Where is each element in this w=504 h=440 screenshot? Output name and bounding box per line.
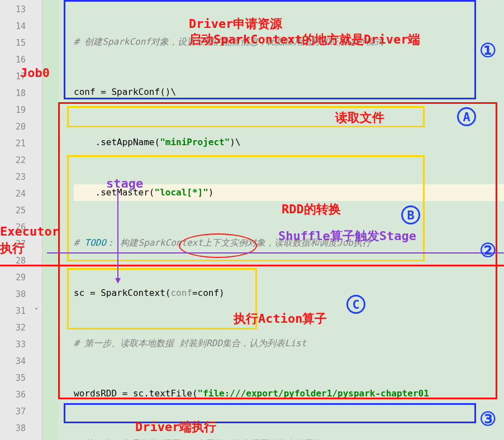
line-number: 15 <box>0 35 26 51</box>
code-line[interactable]: # 创建SparkConf对象，设置应用的配置信息，比如应用名称和应用运行模式 <box>74 34 504 50</box>
code-line[interactable]: sc = SparkContext(conf=conf) <box>74 285 504 302</box>
line-number: 37 <box>0 403 26 420</box>
code-line[interactable]: # 第一步、读取本地数据 封装到RDD集合，认为列表List <box>74 335 504 352</box>
line-number: 23 <box>0 169 26 185</box>
line-number: 34 <box>0 353 26 370</box>
line-number: 33 <box>0 336 26 353</box>
code-line[interactable]: .setAppName("miniProject")\ <box>74 134 504 151</box>
line-number: 16 <box>0 51 26 68</box>
line-number: 38 <box>0 420 26 437</box>
line-number: 31 <box>0 303 26 319</box>
line-number: 13 <box>0 1 26 18</box>
line-number: 19 <box>0 102 26 118</box>
line-number: 20 <box>0 118 26 135</box>
line-number: 32 <box>0 319 26 336</box>
code-line[interactable]: .setMaster("local[*]") <box>74 184 504 201</box>
line-number: 22 <box>0 152 26 169</box>
line-number: 28 <box>0 252 26 269</box>
line-number: 35 <box>0 370 26 386</box>
fold-column: ▾ <box>32 0 42 440</box>
code-editor: 1314151617181920212223242526272829303132… <box>0 0 504 440</box>
code-line[interactable]: wordsRDD = sc.textFile("file:///export/p… <box>74 385 504 402</box>
line-number: 21 <box>0 135 26 152</box>
line-number: 26 <box>0 219 26 236</box>
line-number: 18 <box>0 85 26 102</box>
code-area[interactable]: # 创建SparkConf对象，设置应用的配置信息，比如应用名称和应用运行模式 … <box>58 0 504 440</box>
line-number: 30 <box>0 286 26 303</box>
line-number: 17 <box>0 68 26 85</box>
line-number: 36 <box>0 386 26 403</box>
code-line[interactable]: conf = SparkConf()\ <box>74 84 504 101</box>
line-number: 29 <box>0 269 26 286</box>
code-line[interactable]: # 第二步、处理数据 调用RDD中函数，认为调用列表中的函数 <box>74 436 504 440</box>
line-number: 14 <box>0 18 26 35</box>
line-number: 24 <box>0 185 26 202</box>
code-line[interactable]: # TODO： 构建SparkContext上下文实例对象，读取数据和调度Job… <box>74 235 504 251</box>
margin-column <box>42 0 58 440</box>
line-number-gutter: 1314151617181920212223242526272829303132… <box>0 0 32 440</box>
line-number: 25 <box>0 202 26 219</box>
line-number: 27 <box>0 236 26 252</box>
